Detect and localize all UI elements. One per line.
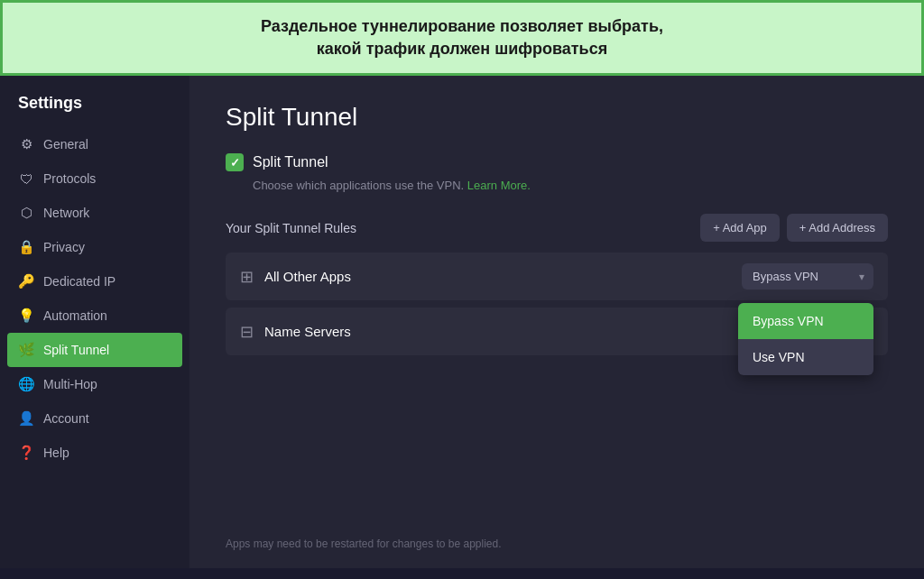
page-title: Split Tunnel: [226, 103, 888, 132]
privacy-icon: 🔒: [18, 239, 34, 255]
grid-icon-ns: ⊟: [240, 322, 254, 342]
sidebar-item-dedicated-ip[interactable]: 🔑 Dedicated IP: [0, 264, 189, 299]
bottom-note: Apps may need to be restarted for change…: [226, 538, 502, 550]
sidebar-item-account[interactable]: 👤 Account: [0, 401, 189, 436]
dropdown-bypass-vpn[interactable]: Bypass VPN: [738, 303, 873, 339]
banner-line1: Раздельное туннелирование позволяет выбр…: [21, 15, 903, 38]
sidebar-item-multi-hop[interactable]: 🌐 Multi-Hop: [0, 367, 189, 401]
sidebar-item-split-tunnel[interactable]: 🌿 Split Tunnel: [7, 333, 182, 367]
sidebar-label-protocols: Protocols: [43, 171, 96, 186]
sidebar-label-account: Account: [43, 411, 89, 426]
split-tunnel-checkbox-label: Split Tunnel: [253, 154, 328, 170]
add-address-button[interactable]: + Add Address: [787, 214, 888, 242]
sidebar-label-split-tunnel: Split Tunnel: [43, 343, 109, 357]
account-icon: 👤: [18, 410, 34, 427]
rules-label: Your Split Tunnel Rules: [226, 221, 356, 235]
sidebar-label-help: Help: [43, 446, 69, 460]
sidebar-title: Settings: [0, 94, 189, 127]
sidebar-label-privacy: Privacy: [43, 240, 85, 254]
help-icon: ❓: [18, 445, 34, 461]
rule-row-all-other-apps: ⊞ All Other Apps Bypass VPN Use VPN Foll…: [226, 253, 888, 300]
rules-header: Your Split Tunnel Rules + Add App + Add …: [226, 214, 888, 242]
add-app-button[interactable]: + Add App: [700, 214, 780, 242]
sidebar-item-privacy[interactable]: 🔒 Privacy: [0, 230, 189, 264]
split-tunnel-toggle-row[interactable]: Split Tunnel: [226, 153, 888, 171]
network-icon: ⬡: [18, 205, 34, 221]
rule-row-left-all: ⊞ All Other Apps: [240, 267, 351, 287]
multi-hop-icon: 🌐: [18, 376, 34, 392]
sidebar-label-multi-hop: Multi-Hop: [43, 377, 97, 391]
sidebar-item-general[interactable]: ⚙ General: [0, 127, 189, 161]
split-tunnel-description: Choose which applications use the VPN. L…: [226, 179, 888, 192]
sidebar-label-general: General: [43, 137, 88, 152]
rule-name-servers: Name Servers: [264, 324, 351, 339]
split-tunnel-icon: 🌿: [18, 342, 34, 358]
sidebar-item-automation[interactable]: 💡 Automation: [0, 299, 189, 333]
dropdown-popup: Bypass VPN Use VPN: [738, 303, 873, 375]
sidebar-item-protocols[interactable]: 🛡 Protocols: [0, 161, 189, 196]
dropdown-use-vpn[interactable]: Use VPN: [738, 339, 873, 375]
automation-icon: 💡: [18, 308, 34, 324]
grid-icon-all: ⊞: [240, 267, 254, 287]
sidebar-label-dedicated-ip: Dedicated IP: [43, 274, 116, 289]
sidebar-item-help[interactable]: ❓ Help: [0, 436, 189, 470]
content-area: Split Tunnel Split Tunnel Choose which a…: [189, 76, 924, 568]
banner-line2: какой трафик должен шифроваться: [21, 38, 903, 60]
rule-dropdown-all-other-apps[interactable]: Bypass VPN Use VPN Follow App Rules: [742, 263, 873, 290]
rule-select-wrap-all: Bypass VPN Use VPN Follow App Rules Bypa…: [742, 263, 873, 290]
sidebar-label-automation: Automation: [43, 308, 107, 323]
top-banner: Раздельное туннелирование позволяет выбр…: [0, 0, 924, 76]
rule-row-left-ns: ⊟ Name Servers: [240, 322, 351, 342]
gear-icon: ⚙: [18, 136, 34, 152]
dedicated-ip-icon: 🔑: [18, 273, 34, 290]
sidebar: Settings ⚙ General 🛡 Protocols ⬡ Network…: [0, 76, 189, 568]
protocols-icon: 🛡: [18, 170, 34, 187]
main-layout: Settings ⚙ General 🛡 Protocols ⬡ Network…: [0, 76, 924, 568]
sidebar-label-network: Network: [43, 206, 89, 220]
learn-more-link[interactable]: Learn More.: [467, 179, 531, 192]
add-btn-group: + Add App + Add Address: [700, 214, 888, 242]
sidebar-item-network[interactable]: ⬡ Network: [0, 196, 189, 230]
rule-name-all-other-apps: All Other Apps: [264, 269, 351, 284]
split-tunnel-checkbox[interactable]: [226, 153, 244, 171]
